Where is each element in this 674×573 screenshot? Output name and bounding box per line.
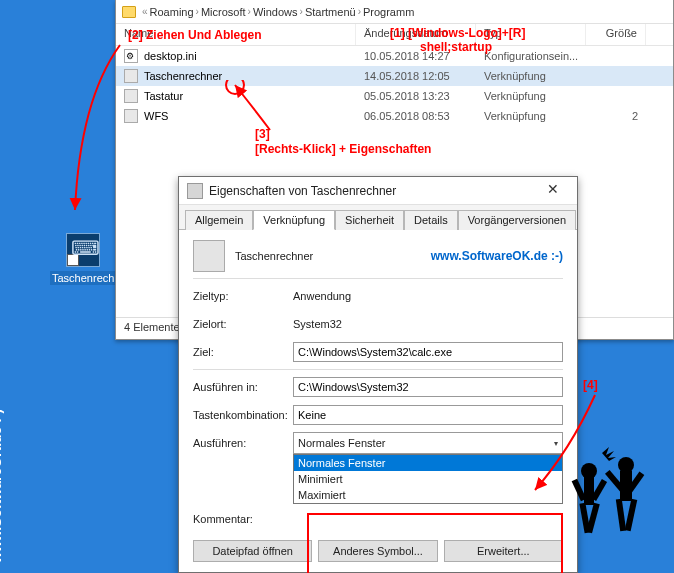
label-kommentar: Kommentar: — [193, 513, 293, 525]
dropdown-ausfuehren[interactable]: Normales Fenster ▾ — [293, 432, 563, 454]
dialog-title: Eigenschaften von Taschenrechner — [209, 184, 537, 198]
value-zieltyp: Anwendung — [293, 290, 563, 302]
svg-point-7 — [618, 457, 634, 473]
label-tasten: Tastenkombination: — [193, 409, 293, 421]
file-row[interactable]: Taschenrechner14.05.2018 12:05Verknüpfun… — [116, 66, 673, 86]
header-name: Name — [116, 24, 356, 45]
shortcut-label: Taschenrechner — [50, 271, 116, 285]
file-icon — [124, 69, 138, 83]
explorer-toolbar: « Roaming› Microsoft› Windows› Startmenü… — [116, 0, 673, 24]
program-icon — [193, 240, 225, 272]
label-ausfuehren-in: Ausführen in: — [193, 381, 293, 393]
dialog-titlebar[interactable]: Eigenschaften von Taschenrechner ✕ — [179, 177, 577, 205]
option-normal[interactable]: Normales Fenster — [294, 455, 562, 471]
input-ziel[interactable] — [293, 342, 563, 362]
file-row[interactable]: Tastatur05.05.2018 13:23Verknüpfung — [116, 86, 673, 106]
dropdown-selected-text: Normales Fenster — [298, 437, 385, 449]
dropdown-list: Normales Fenster Minimiert Maximiert — [293, 454, 563, 504]
svg-point-1 — [581, 463, 597, 479]
option-minimiert[interactable]: Minimiert — [294, 471, 562, 487]
input-ausfuehren-in[interactable] — [293, 377, 563, 397]
file-row[interactable]: desktop.ini10.05.2018 14:27Konfiguration… — [116, 46, 673, 66]
label-ziel: Ziel: — [193, 346, 293, 358]
watermark-link: www.SoftwareOK.de :-) — [431, 249, 563, 263]
properties-dialog: Eigenschaften von Taschenrechner ✕ Allge… — [178, 176, 578, 573]
svg-rect-2 — [584, 477, 594, 505]
tab-verknuepfung[interactable]: Verknüpfung — [253, 210, 335, 230]
file-row[interactable]: WFS06.05.2018 08:53Verknüpfung2 — [116, 106, 673, 126]
file-icon — [124, 109, 138, 123]
file-icon — [124, 49, 138, 63]
svg-rect-12 — [625, 499, 638, 532]
close-button[interactable]: ✕ — [537, 181, 569, 201]
header-type: Typ — [476, 24, 586, 45]
annotation-4: [4] — [583, 378, 598, 392]
button-erweitert[interactable]: Erweitert... — [444, 540, 563, 562]
label-ausfuehren: Ausführen: — [193, 437, 293, 449]
tab-sicherheit[interactable]: Sicherheit — [335, 210, 404, 230]
folder-icon — [122, 6, 136, 18]
file-list: desktop.ini10.05.2018 14:27Konfiguration… — [116, 46, 673, 126]
decorative-figures — [554, 443, 664, 563]
file-icon — [124, 89, 138, 103]
svg-rect-6 — [586, 503, 600, 534]
input-tasten[interactable] — [293, 405, 563, 425]
tab-details[interactable]: Details — [404, 210, 458, 230]
value-zielort: System32 — [293, 318, 563, 330]
button-symbol[interactable]: Anderes Symbol... — [318, 540, 437, 562]
tab-allgemein[interactable]: Allgemein — [185, 210, 253, 230]
label-zielort: Zielort: — [193, 318, 293, 330]
option-maximiert[interactable]: Maximiert — [294, 487, 562, 503]
button-dateipfad[interactable]: Dateipfad öffnen — [193, 540, 312, 562]
desktop-watermark: www.SoftwareOK.de :-) — [0, 409, 4, 563]
tab-strip: Allgemein Verknüpfung Sicherheit Details… — [179, 205, 577, 230]
calculator-icon — [66, 233, 100, 267]
program-name: Taschenrechner — [235, 250, 313, 262]
breadcrumb[interactable]: « Roaming› Microsoft› Windows› Startmenü… — [142, 6, 414, 18]
tab-vorgaenger[interactable]: Vorgängerversionen — [458, 210, 576, 230]
desktop-shortcut-taschenrechner[interactable]: Taschenrechner — [50, 233, 116, 285]
header-modified: Änderungsdatum — [356, 24, 476, 45]
label-zieltyp: Zieltyp: — [193, 290, 293, 302]
svg-rect-11 — [616, 499, 626, 532]
column-headers[interactable]: Name Änderungsdatum Typ Größe — [116, 24, 673, 46]
header-size: Größe — [586, 24, 646, 45]
calculator-icon — [187, 183, 203, 199]
